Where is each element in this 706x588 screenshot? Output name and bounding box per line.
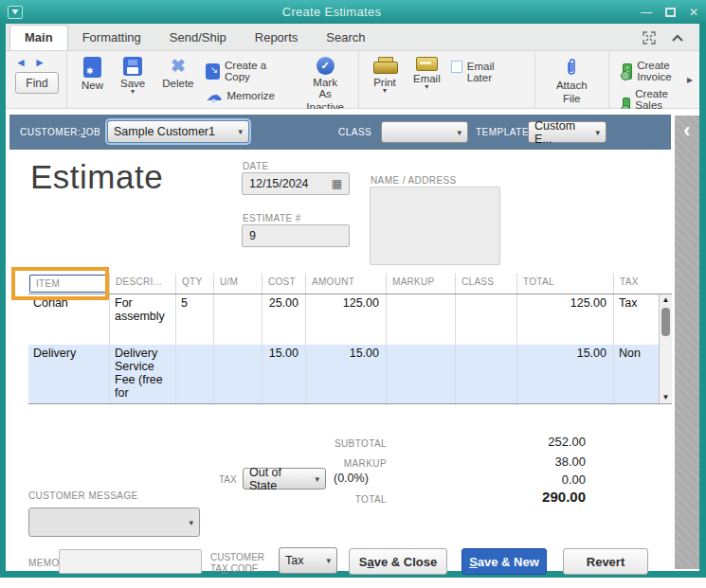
email-button[interactable]: Email ▾ (405, 54, 449, 90)
total-label: TOTAL (148, 494, 387, 505)
tab-reports[interactable]: Reports (241, 26, 313, 50)
calendar-icon[interactable]: ▦ (332, 177, 342, 190)
create-copy-button[interactable]: Create a Copy (206, 60, 288, 82)
cell-amount[interactable]: 15.00 (305, 345, 386, 403)
attach-file-button[interactable]: Attach File (541, 54, 603, 104)
class-label: CLASS (338, 127, 371, 137)
scroll-down-icon[interactable]: ▼ (662, 392, 670, 403)
expand-window-icon[interactable] (643, 31, 656, 45)
cell-markup[interactable] (386, 294, 455, 345)
close-icon[interactable]: ✕ (689, 7, 698, 18)
create-invoice-button[interactable]: Create Invoice (623, 60, 678, 82)
delete-button[interactable]: ✖ Delete (154, 54, 202, 89)
memorize-button[interactable]: ☁ Memorize (206, 88, 288, 103)
tab-send-ship[interactable]: Send/Ship (155, 26, 241, 50)
scrollbar-thumb[interactable] (661, 308, 670, 336)
customer-caret-icon: ▾ (238, 127, 243, 136)
toolbar-overflow-icon[interactable]: ▸ (687, 73, 694, 86)
table-row: Delivery Delivery Service Fee (free for … (28, 345, 659, 403)
cell-class[interactable] (455, 345, 516, 403)
collapsed-side-panel: ‹ (675, 116, 699, 569)
email-dropdown-caret-icon[interactable]: ▾ (425, 84, 428, 90)
table-header-row: ITEM DESCRI... QTY U/M COST AMOUNT MARKU… (28, 274, 672, 294)
customer-job-select[interactable]: Sample Customer1 ▾ (107, 120, 249, 143)
cell-description[interactable]: For assembly (109, 294, 175, 345)
save-dropdown-caret-icon[interactable]: ▾ (131, 89, 135, 95)
create-estimates-window: Create Estimates — ✕ Main Formatting Sen… (0, 0, 706, 578)
customer-bar: CUSTOMER:JOB Sample Customer1 ▾ CLASS ▾ … (9, 115, 671, 150)
cell-um[interactable] (213, 345, 262, 403)
new-button[interactable]: New (73, 54, 112, 91)
email-later-label[interactable]: Email Later (467, 61, 517, 83)
date-field[interactable]: 12/15/2024 ▦ (242, 172, 350, 195)
column-header-total: TOTAL (516, 274, 613, 294)
cell-um[interactable] (213, 294, 262, 345)
customer-tax-code-label: CUSTOMER TAX CODE (210, 552, 264, 575)
name-address-box[interactable] (370, 187, 500, 265)
save-new-button[interactable]: Save & New (462, 548, 547, 575)
cell-qty[interactable] (175, 345, 213, 403)
cell-item[interactable]: Corian (28, 294, 109, 345)
tab-search[interactable]: Search (312, 26, 379, 50)
cell-tax[interactable]: Tax (613, 294, 659, 345)
total-value: 290.00 (433, 489, 586, 505)
column-header-qty: QTY (175, 274, 213, 294)
cell-cost[interactable]: 15.00 (262, 345, 305, 403)
estimate-number-label: ESTIMATE # (243, 213, 301, 223)
cell-total[interactable]: 125.00 (516, 294, 613, 345)
printer-icon (373, 57, 396, 75)
revert-button[interactable]: Revert (563, 548, 648, 575)
mark-as-inactive-button[interactable]: ✓ Mark As Inactive (298, 54, 353, 113)
cell-cost[interactable]: 25.00 (262, 294, 305, 345)
copy-document-icon (206, 63, 220, 80)
cell-tax[interactable]: Non (613, 345, 659, 403)
class-caret-icon: ▾ (457, 128, 462, 137)
column-header-cost: COST (262, 274, 305, 294)
envelope-icon (416, 57, 438, 71)
cell-amount[interactable]: 125.00 (305, 294, 386, 345)
find-button[interactable]: Find (15, 72, 59, 94)
system-menu-icon[interactable] (8, 6, 23, 19)
column-header-amount: AMOUNT (305, 274, 386, 294)
scroll-up-icon[interactable]: ▲ (662, 294, 670, 306)
expand-panel-icon[interactable]: ‹ (683, 119, 690, 569)
cell-qty[interactable]: 5 (175, 294, 213, 345)
customer-tax-code-select[interactable]: Tax ▾ (279, 547, 337, 574)
table-row: Corian For assembly 5 25.00 125.00 125.0… (28, 294, 659, 345)
customer-message-label: CUSTOMER MESSAGE (28, 490, 138, 501)
tab-main[interactable]: Main (9, 25, 68, 50)
cell-class[interactable] (455, 294, 516, 345)
estimate-number-field[interactable]: 9 (242, 224, 350, 247)
tax-select[interactable]: Out of State ▾ (243, 468, 326, 490)
customer-message-select[interactable]: ▾ (28, 508, 200, 537)
date-label: DATE (243, 161, 269, 171)
collapse-ribbon-icon[interactable] (671, 33, 684, 43)
save-icon (123, 57, 142, 76)
paperclip-icon (565, 57, 578, 78)
invoice-icon (623, 63, 633, 80)
back-arrow-icon[interactable]: ◄ (15, 56, 27, 69)
maximize-icon[interactable] (665, 8, 676, 17)
print-button[interactable]: Print ▾ (365, 54, 405, 94)
cell-description[interactable]: Delivery Service Fee (free for (109, 345, 175, 403)
save-close-button[interactable]: Save & Close (349, 548, 447, 575)
print-dropdown-caret-icon[interactable]: ▾ (383, 88, 387, 94)
cell-total[interactable]: 15.00 (516, 345, 613, 403)
email-later-checkbox[interactable] (451, 61, 462, 73)
cell-item[interactable]: Delivery (28, 345, 109, 403)
check-circle-icon: ✓ (317, 57, 335, 75)
forward-arrow-icon[interactable]: ► (34, 56, 45, 69)
tab-formatting[interactable]: Formatting (68, 26, 155, 50)
tax-label: TAX (219, 474, 237, 485)
customer-message-caret-icon: ▾ (189, 518, 193, 527)
markup-value: 38.00 (433, 454, 586, 469)
minimize-icon[interactable]: — (641, 7, 652, 18)
tax-amount: 0.00 (433, 472, 586, 487)
cell-markup[interactable] (386, 345, 455, 403)
save-button[interactable]: Save ▾ (112, 54, 154, 95)
table-scrollbar[interactable]: ▲ ▼ (659, 294, 672, 403)
class-select[interactable]: ▾ (381, 121, 468, 143)
new-document-icon (83, 57, 101, 78)
memo-input[interactable] (59, 549, 202, 574)
template-select[interactable]: Custom E... ▾ (528, 121, 606, 143)
